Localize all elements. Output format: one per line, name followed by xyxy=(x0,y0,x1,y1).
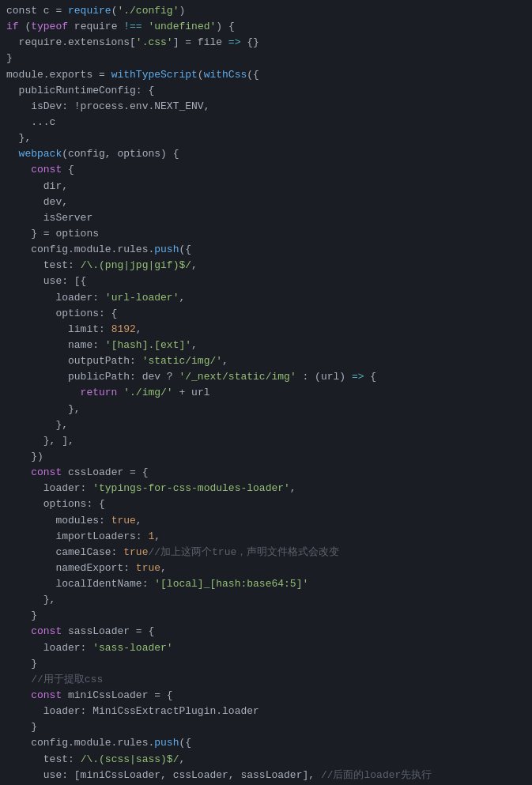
code-line: module.exports = withTypeScript(withCss(… xyxy=(0,67,532,83)
code-editor: const c = require('./config')if (typeof … xyxy=(0,0,532,785)
code-line: options: { xyxy=(0,496,532,512)
code-line: } = options xyxy=(0,226,532,242)
code-line: options: { xyxy=(0,306,532,322)
code-line: loader: 'typings-for-css-modules-loader'… xyxy=(0,481,532,496)
code-line: dir, xyxy=(0,179,532,194)
code-line: require.extensions['.css'] = file => {} xyxy=(0,35,532,51)
code-line: loader: MiniCssExtractPlugin.loader xyxy=(0,704,532,719)
code-line: ...c xyxy=(0,115,532,130)
code-line: }, xyxy=(0,402,532,417)
code-line: webpack(config, options) { xyxy=(0,146,532,162)
code-line: const cssLoader = { xyxy=(0,465,532,481)
code-line: }) xyxy=(0,449,532,465)
code-line: isServer xyxy=(0,210,532,226)
code-line: loader: 'url-loader', xyxy=(0,290,532,306)
code-line: } xyxy=(0,608,532,624)
code-line: const sassLoader = { xyxy=(0,624,532,640)
code-line: isDev: !process.env.NEXT_ENV, xyxy=(0,99,532,115)
code-line: const { xyxy=(0,162,532,178)
code-line: } xyxy=(0,51,532,66)
code-line: return './img/' + url xyxy=(0,385,532,401)
code-line: config.module.rules.push({ xyxy=(0,242,532,258)
code-line: const miniCssLoader = { xyxy=(0,688,532,704)
code-line: } xyxy=(0,719,532,735)
code-line: const c = require('./config') xyxy=(0,3,532,19)
code-line: use: [miniCssLoader, cssLoader, sassLoad… xyxy=(0,768,532,783)
code-line: test: /\.(png|jpg|gif)$/, xyxy=(0,258,532,274)
code-line: publicPath: dev ? '/_next/static/img' : … xyxy=(0,369,532,385)
code-line: importLoaders: 1, xyxy=(0,529,532,545)
code-line: test: /\.(scss|sass)$/, xyxy=(0,752,532,768)
code-line: }, xyxy=(0,417,532,433)
code-line: limit: 8192, xyxy=(0,322,532,338)
code-line: dev, xyxy=(0,194,532,210)
code-line: } xyxy=(0,656,532,672)
code-line: config.module.rules.push({ xyxy=(0,735,532,751)
code-line: localIdentName: '[local]_[hash:base64:5]… xyxy=(0,576,532,592)
code-line: name: '[hash].[ext]', xyxy=(0,338,532,353)
code-line: //用于提取css xyxy=(0,672,532,688)
code-line: outputPath: 'static/img/', xyxy=(0,353,532,369)
code-line: namedExport: true, xyxy=(0,560,532,576)
code-line: }, xyxy=(0,592,532,608)
code-line: camelCase: true//加上这两个true，声明文件格式会改变 xyxy=(0,545,532,560)
code-line: }, xyxy=(0,130,532,146)
code-line: }, ], xyxy=(0,433,532,449)
code-line: loader: 'sass-loader' xyxy=(0,640,532,656)
code-line: use: [{ xyxy=(0,274,532,289)
code-line: if (typeof require !== 'undefined') { xyxy=(0,19,532,35)
code-line: modules: true, xyxy=(0,513,532,529)
code-line: publicRuntimeConfig: { xyxy=(0,83,532,99)
